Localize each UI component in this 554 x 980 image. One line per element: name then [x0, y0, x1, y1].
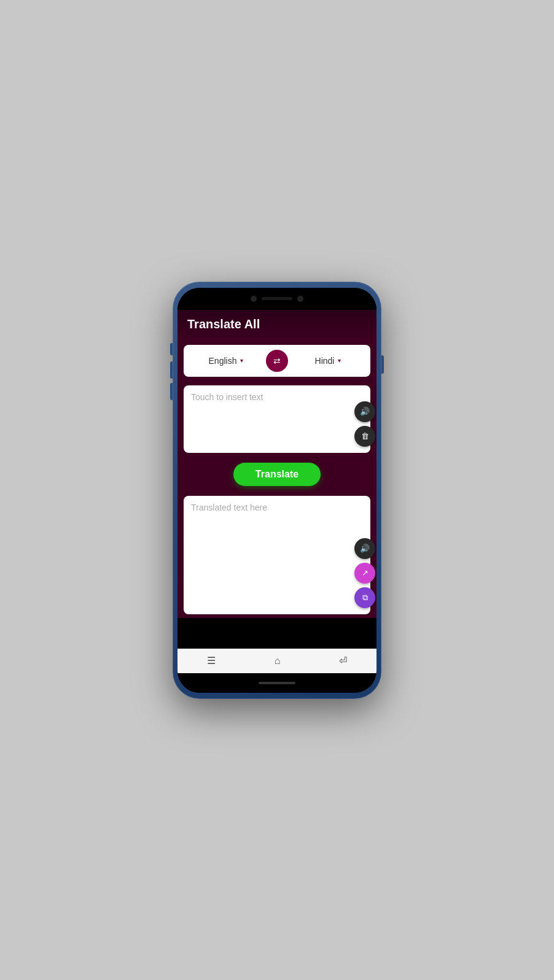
- volume-up-button: [170, 361, 173, 379]
- volume-down-button: [170, 383, 173, 400]
- app-content: Translate All English ▾ ⇄ Hindi ▾ Touch …: [178, 310, 376, 693]
- translate-button[interactable]: Translate: [233, 463, 321, 486]
- back-nav-icon[interactable]: ⏎: [339, 655, 347, 666]
- source-text-area[interactable]: Touch to insert text 🔊 🗑: [184, 385, 370, 453]
- copy-translated-button[interactable]: ⧉: [354, 587, 375, 608]
- status-bar: [178, 288, 376, 310]
- swap-languages-button[interactable]: ⇄: [266, 350, 288, 372]
- phone-device: Translate All English ▾ ⇄ Hindi ▾ Touch …: [173, 282, 381, 699]
- phone-screen: Translate All English ▾ ⇄ Hindi ▾ Touch …: [178, 288, 376, 693]
- translated-text-area: Translated text here 🔊 ↗ ⧉: [184, 496, 370, 614]
- target-language-chevron-icon: ▾: [338, 357, 341, 364]
- copy-icon: ⧉: [362, 593, 368, 603]
- delete-icon: 🗑: [361, 431, 369, 441]
- app-title: Translate All: [187, 317, 260, 331]
- sensor-dot: [297, 296, 303, 302]
- earpiece-speaker: [262, 297, 292, 300]
- source-language-chevron-icon: ▾: [240, 357, 243, 364]
- volume-silent-button: [170, 343, 173, 355]
- speaker-icon: 🔊: [360, 407, 370, 416]
- speak-translated-button[interactable]: 🔊: [354, 538, 375, 559]
- output-action-buttons: 🔊 ↗ ⧉: [354, 538, 375, 608]
- front-camera: [251, 296, 257, 302]
- share-translated-button[interactable]: ↗: [354, 563, 375, 584]
- translate-button-wrap: Translate: [178, 457, 376, 492]
- target-language-label: Hindi: [315, 356, 335, 366]
- power-button: [381, 355, 384, 374]
- home-pill: [259, 682, 295, 684]
- input-action-buttons: 🔊 🗑: [354, 401, 375, 447]
- share-icon: ↗: [362, 568, 369, 577]
- ad-banner: [178, 618, 376, 649]
- phone-chin: [178, 673, 376, 693]
- swap-icon: ⇄: [273, 356, 281, 366]
- source-language-label: English: [209, 356, 237, 366]
- translated-text-placeholder: Translated text here: [191, 503, 267, 512]
- navigation-bar: ☰ ⌂ ⏎: [178, 649, 376, 673]
- delete-source-button[interactable]: 🗑: [354, 426, 375, 447]
- home-nav-icon[interactable]: ⌂: [275, 655, 281, 666]
- target-language-selector[interactable]: Hindi ▾: [293, 356, 363, 366]
- source-text-placeholder: Touch to insert text: [191, 392, 263, 402]
- source-language-selector[interactable]: English ▾: [191, 356, 261, 366]
- menu-nav-icon[interactable]: ☰: [207, 655, 216, 666]
- speaker-translated-icon: 🔊: [360, 544, 370, 553]
- speak-source-button[interactable]: 🔊: [354, 401, 375, 422]
- language-selector-row: English ▾ ⇄ Hindi ▾: [184, 345, 370, 377]
- app-header: Translate All: [178, 310, 376, 340]
